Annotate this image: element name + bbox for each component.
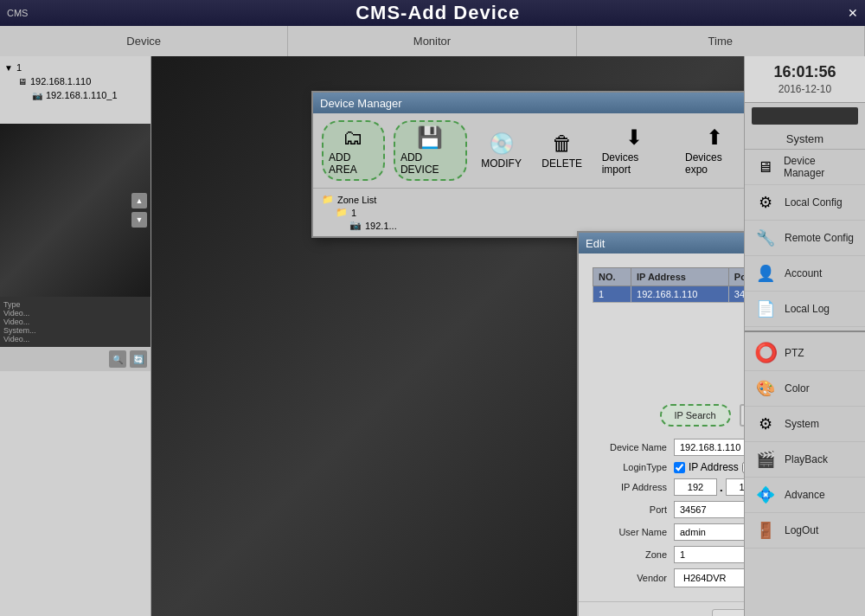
tree-label-1: 1 [16, 62, 22, 73]
toolbar-add-device[interactable]: 💾 ADD DEVICE [394, 120, 467, 181]
local-config-icon: ⚙ [753, 190, 778, 215]
ip-input-group: . . . [674, 478, 744, 496]
zone-item-2[interactable]: 📷 192.1... [322, 219, 744, 232]
nav-up-arrow[interactable]: ▲ [131, 193, 147, 209]
main-content: ▼ 1 🖥 192.168.1.110 📷 192.168.1.110_1 ▲ … [0, 56, 865, 616]
menu-item-local-log[interactable]: 📄 Local Log [745, 292, 865, 327]
delete-icon: 🗑 [552, 132, 573, 156]
tree-item-channel[interactable]: 📷 192.168.1.110_1 [4, 88, 146, 102]
username-input[interactable] [674, 523, 744, 541]
menu-item-ptz[interactable]: ⭕ PTZ [745, 336, 865, 371]
table-row[interactable]: 1 192.168.1.110 34567 00:2a:2b:f0:58:cb … [593, 286, 745, 303]
ip-address-checkbox[interactable] [674, 462, 685, 473]
cell-port: 34567 [728, 286, 744, 303]
playback-icon: 🎬 [753, 447, 778, 472]
zone-list-area: 📁 Zone List 📁 1 📷 192.1... [313, 189, 744, 236]
port-label: Port [589, 504, 667, 515]
clock-time: 16:01:56 [752, 63, 858, 81]
login-type-options: IP Address Domain ARSP Cloud [674, 461, 744, 473]
toolbar-delete[interactable]: 🗑 DELETE [536, 128, 588, 173]
menu-item-logout[interactable]: 🚪 LogOut [745, 513, 865, 549]
ip-address-checkbox-label: IP Address [689, 461, 739, 473]
menu-item-system[interactable]: ⚙ System [745, 407, 865, 442]
menu-item-playback[interactable]: 🎬 PlayBack [745, 442, 865, 478]
add-device-button[interactable]: Add Device [740, 404, 744, 427]
device-manager-icon: 🖥 [753, 155, 777, 179]
toolbar-delete-label: DELETE [541, 157, 582, 170]
domain-checkbox[interactable] [742, 462, 744, 473]
action-buttons: IP Search Add Device EditDevice [579, 397, 744, 433]
tree-expand-icon: ▼ [4, 63, 13, 73]
device-name-row: Device Name [589, 439, 744, 456]
edit-title-bar: Edit ✕ [579, 233, 744, 253]
login-type-label: LoginType [589, 462, 667, 472]
video-preview: ▲ ▼ [0, 124, 151, 297]
zone-input[interactable] [674, 546, 744, 563]
scroll-controls: 🔍 🔄 [0, 347, 151, 371]
vendor-row: Vendor H264DVR Dahua Hikvision [589, 568, 744, 587]
device-manager-label: Device Manager [784, 155, 856, 179]
zone-label: Zone [589, 549, 667, 560]
ip-part-1[interactable] [674, 478, 717, 496]
tree-item-ip[interactable]: 🖥 192.168.1.110 [4, 74, 146, 88]
zone-list-label: Zone List [337, 195, 376, 205]
zone-item-1[interactable]: 📁 1 [322, 206, 744, 219]
menu-item-color[interactable]: 🎨 Color [745, 371, 865, 407]
export-icon: ⬆ [706, 125, 723, 150]
system-row: System... [3, 326, 147, 335]
col-no: NO. [593, 268, 631, 286]
clock-area: 16:01:56 2016-12-10 [745, 56, 865, 103]
device-manager-modal: Device Manager ✕ 🗂 ADD AREA 💾 ADD DEVICE… [311, 91, 744, 238]
playback-label: PlayBack [785, 453, 828, 465]
nav-time[interactable]: Time [577, 26, 865, 56]
nav-down-arrow[interactable]: ▼ [131, 212, 147, 228]
import-icon: ⬇ [625, 125, 643, 150]
color-label: Color [785, 382, 810, 395]
toolbar-export[interactable]: ⬆ Devices expo [680, 122, 744, 179]
ok-button[interactable]: OK [712, 609, 744, 616]
nav-device[interactable]: Device [0, 26, 288, 56]
ip-search-button[interactable]: IP Search [660, 404, 731, 427]
ip-part-2[interactable] [726, 478, 744, 496]
ip-address-label: IP Address [589, 482, 667, 492]
divider [745, 330, 865, 332]
zone-row: Zone [589, 546, 744, 563]
folder-icon: 📁 [322, 194, 334, 205]
edit-title: Edit [586, 237, 605, 250]
toolbar-modify[interactable]: 💿 MODIFY [476, 128, 528, 173]
menu-item-local-config[interactable]: ⚙ Local Config [745, 185, 865, 221]
username-label: User Name [589, 527, 667, 537]
scroll-left-btn[interactable]: 🔍 [109, 350, 126, 368]
port-input[interactable] [674, 501, 744, 518]
modify-icon: 💿 [489, 132, 515, 156]
vendor-select[interactable]: H264DVR Dahua Hikvision [674, 568, 744, 587]
menu-item-account[interactable]: 👤 Account [745, 256, 865, 292]
add-area-icon: 🗂 [343, 125, 363, 150]
type-info-panel: Type Video... Video... System... Video..… [0, 297, 151, 347]
menu-item-remote-config[interactable]: 🔧 Remote Config [745, 221, 865, 256]
camera-icon: 📷 [32, 91, 42, 100]
zone-list-header[interactable]: 📁 Zone List [322, 193, 744, 206]
device-name-input[interactable] [674, 439, 744, 456]
nav-monitor[interactable]: Monitor [288, 26, 576, 56]
logout-label: LogOut [785, 524, 818, 536]
app-close-button[interactable]: ✕ [848, 6, 858, 20]
color-icon: 🎨 [753, 376, 778, 401]
toolbar-add-area[interactable]: 🗂 ADD AREA [322, 120, 385, 181]
scroll-right-btn[interactable]: 🔄 [130, 350, 147, 368]
menu-item-device-manager[interactable]: 🖥 Device Manager [745, 150, 865, 185]
device-manager-title-bar: Device Manager ✕ [313, 93, 744, 113]
menu-item-advance[interactable]: 💠 Advance [745, 478, 865, 513]
ptz-label: PTZ [785, 347, 804, 359]
toolbar-modify-label: MODIFY [481, 157, 522, 170]
tree-item-root[interactable]: ▼ 1 [4, 61, 146, 74]
video-row-3: Video... [3, 335, 147, 343]
toolbar-import[interactable]: ⬇ Devices import [597, 122, 671, 179]
device-name-label: Device Name [589, 442, 667, 452]
toolbar-add-device-label: ADD DEVICE [400, 151, 460, 176]
remote-config-label: Remote Config [785, 232, 854, 244]
toolbar-import-label: Devices import [602, 151, 666, 176]
zone-item-label-2: 192.1... [365, 221, 397, 231]
tree-label-channel: 192.168.1.110_1 [46, 90, 118, 100]
video-row-1: Video... [3, 309, 147, 318]
